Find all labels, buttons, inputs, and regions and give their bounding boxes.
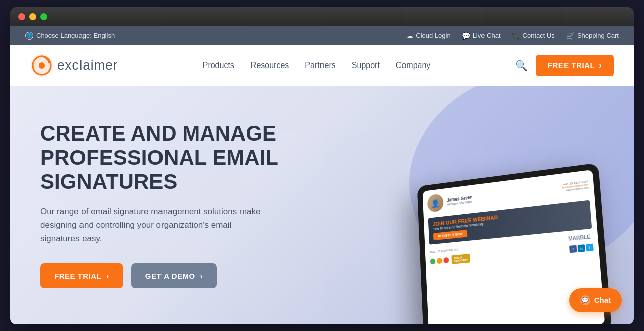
search-icon[interactable]: 🔍: [515, 59, 528, 72]
tablet-contact-info: +44 20 1337 1234 james@exclaimer.com www…: [562, 180, 589, 192]
shopping-cart-link[interactable]: 🛒 Shopping Cart: [566, 32, 619, 40]
tablet-marble-label: MARBLE: [566, 232, 593, 242]
hero-content: CREATE AND MANAGE PROFESSIONAL EMAIL SIG…: [10, 101, 308, 308]
browser-chrome: [10, 7, 634, 26]
nav-links: Products Resources Partners Support Comp…: [203, 61, 431, 70]
hero-free-trial-button[interactable]: FREE TRIAL ›: [40, 263, 123, 288]
tablet-linkedin-icon: in: [577, 244, 585, 252]
chat-icon: 💬: [462, 32, 470, 40]
svg-point-2: [39, 62, 45, 69]
live-chat-link[interactable]: 💬 Live Chat: [462, 32, 501, 40]
nav-partners[interactable]: Partners: [305, 61, 335, 70]
traffic-light-maximize[interactable]: [40, 13, 47, 20]
traffic-light-close[interactable]: [18, 13, 25, 20]
contact-us-link[interactable]: 📞 Contact Us: [512, 32, 555, 40]
hero-buttons: FREE TRIAL › GET A DEMO ›: [40, 263, 278, 288]
phone-icon: 📞: [512, 32, 520, 40]
globe-icon: 🌐: [25, 32, 33, 40]
language-label: Choose Language: English: [36, 32, 115, 39]
browser-window: 🌐 Choose Language: English ☁ Cloud Login…: [10, 7, 634, 324]
cloud-login-link[interactable]: ☁ Cloud Login: [406, 32, 450, 40]
chat-bubble-icon: 💬: [580, 295, 590, 305]
tablet-twitter-icon: t: [586, 243, 594, 251]
nav-resources[interactable]: Resources: [251, 61, 289, 70]
tablet-avatar: 👤: [427, 193, 444, 212]
top-bar: 🌐 Choose Language: English ☁ Cloud Login…: [10, 26, 634, 45]
traffic-light-minimize[interactable]: [29, 13, 36, 20]
arrow-icon: ›: [106, 272, 109, 280]
nav-right: 🔍 FREE TRIAL ›: [515, 55, 614, 76]
main-nav: exclaimer Products Resources Partners Su…: [10, 45, 634, 86]
arrow-icon: ›: [599, 61, 602, 70]
cart-icon: 🛒: [566, 32, 575, 40]
top-bar-links: ☁ Cloud Login 💬 Live Chat 📞 Contact Us 🛒…: [406, 32, 619, 40]
nav-support[interactable]: Support: [352, 61, 380, 70]
tablet-facebook-icon: f: [569, 245, 577, 253]
arrow-icon: ›: [200, 272, 203, 280]
website: 🌐 Choose Language: English ☁ Cloud Login…: [10, 26, 634, 324]
nav-free-trial-button[interactable]: FREE TRIAL ›: [536, 55, 614, 76]
tablet-rating-dots: [430, 257, 449, 264]
hero-get-demo-button[interactable]: GET A DEMO ›: [131, 263, 217, 288]
language-selector[interactable]: 🌐 Choose Language: English: [25, 32, 115, 40]
tablet-register-button: REGISTER NOW: [433, 229, 467, 240]
hero-section: CREATE AND MANAGE PROFESSIONAL EMAIL SIG…: [10, 86, 634, 324]
tablet-profile-info: James Green Account Manager: [447, 184, 558, 206]
nav-company[interactable]: Company: [396, 61, 430, 70]
chat-button[interactable]: 💬 Chat: [569, 288, 622, 312]
tablet-gold-badge: GOLDINDUSTRY: [451, 253, 470, 264]
hero-description: Our range of email signature management …: [40, 205, 272, 246]
logo-text: exclaimer: [57, 57, 118, 73]
nav-products[interactable]: Products: [203, 61, 234, 70]
hero-title: CREATE AND MANAGE PROFESSIONAL EMAIL SIG…: [40, 121, 278, 194]
cloud-icon: ☁: [406, 32, 413, 40]
logo[interactable]: exclaimer: [30, 54, 118, 77]
logo-icon: [30, 54, 53, 77]
